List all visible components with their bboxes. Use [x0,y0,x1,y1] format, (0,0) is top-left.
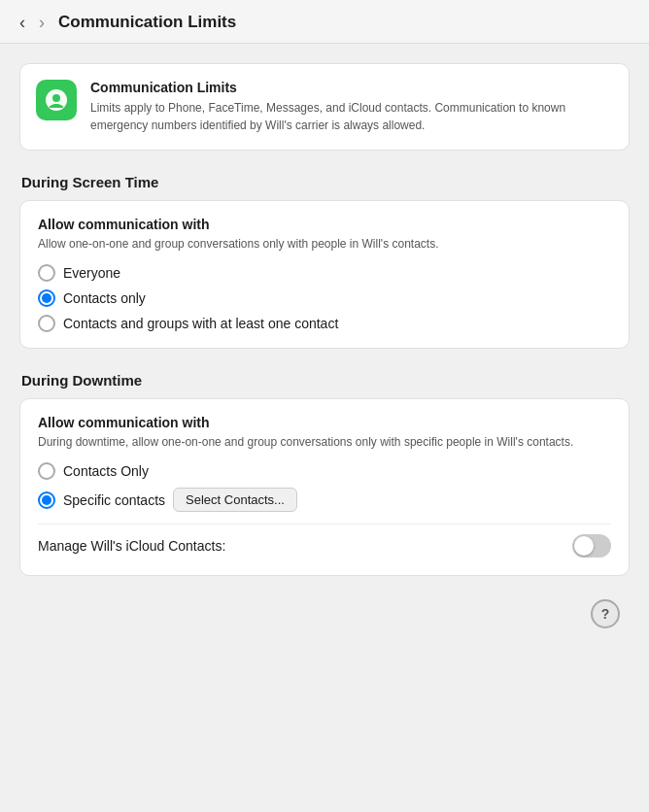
info-card: Communication Limits Limits apply to Pho… [19,63,630,151]
downtime-section-label: During Downtime [21,372,630,389]
info-description: Limits apply to Phone, FaceTime, Message… [90,99,613,134]
downtime-card-title: Allow communication with [38,415,611,430]
app-icon [36,80,77,120]
downtime-card: Allow communication with During downtime… [19,398,630,576]
toggle-label: Manage Will's iCloud Contacts: [38,538,225,554]
radio-everyone[interactable]: Everyone [38,264,611,282]
radio-everyone-label: Everyone [63,265,120,281]
help-button[interactable]: ? [591,599,620,628]
radio-contacts-only-dt[interactable]: Contacts Only [38,462,611,480]
radio-specific-contacts[interactable]: Specific contacts Select Contacts... [38,488,611,512]
radio-everyone-circle [38,264,55,282]
radio-specific-contacts-circle [38,491,55,509]
page-title: Communication Limits [58,13,236,32]
manage-icloud-row: Manage Will's iCloud Contacts: [38,524,611,559]
radio-contacts-only-label: Contacts only [63,290,146,306]
forward-button[interactable]: › [35,12,49,33]
screen-time-section-label: During Screen Time [21,174,630,190]
titlebar: ‹ › Communication Limits [0,0,649,44]
radio-contacts-groups-label: Contacts and groups with at least one co… [63,316,338,331]
radio-contacts-groups[interactable]: Contacts and groups with at least one co… [38,315,611,332]
radio-contacts-only[interactable]: Contacts only [38,289,611,307]
main-content: Communication Limits Limits apply to Pho… [0,44,649,648]
screen-time-card-title: Allow communication with [38,217,611,232]
help-btn-container: ? [19,599,630,628]
info-text: Communication Limits Limits apply to Pho… [90,80,613,134]
radio-contacts-groups-circle [38,315,55,332]
radio-contacts-only-dt-circle [38,462,55,480]
select-contacts-button[interactable]: Select Contacts... [173,488,297,512]
icloud-contacts-toggle[interactable] [572,534,611,558]
radio-contacts-only-circle [38,289,55,307]
screen-time-radio-group: Everyone Contacts only Contacts and grou… [38,264,611,332]
radio-contacts-only-dt-label: Contacts Only [63,463,149,479]
downtime-card-desc: During downtime, allow one-on-one and gr… [38,433,611,451]
screen-time-card-desc: Allow one-on-one and group conversations… [38,235,611,253]
screen-time-card: Allow communication with Allow one-on-on… [19,200,630,349]
communication-limits-icon [44,87,69,113]
info-title: Communication Limits [90,80,613,95]
back-button[interactable]: ‹ [16,12,29,33]
downtime-radio-group: Contacts Only Specific contacts Select C… [38,462,611,512]
radio-specific-contacts-label: Specific contacts [63,492,165,508]
